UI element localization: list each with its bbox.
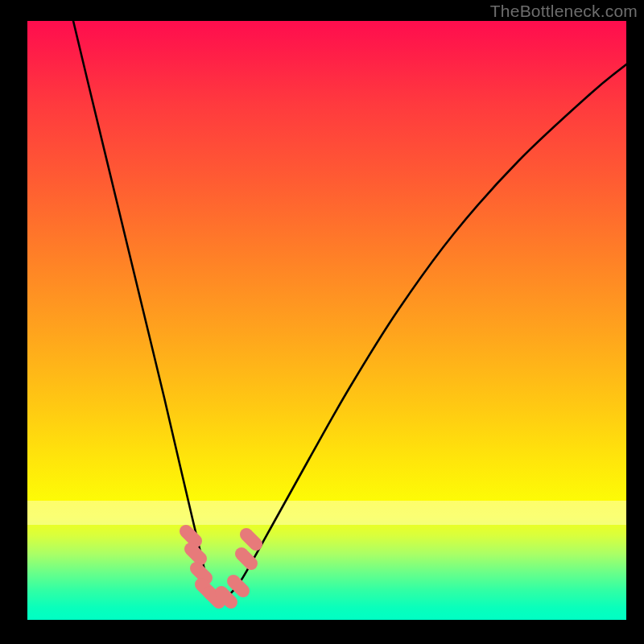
valley-markers bbox=[186, 531, 256, 602]
valley-marker bbox=[191, 549, 200, 559]
bottleneck-curve bbox=[73, 21, 626, 599]
valley-marker bbox=[196, 568, 206, 578]
plot-area bbox=[27, 21, 626, 620]
curve-svg bbox=[27, 21, 626, 620]
valley-marker bbox=[242, 554, 251, 564]
valley-marker bbox=[186, 531, 196, 541]
valley-marker bbox=[233, 581, 243, 591]
watermark-text: TheBottleneck.com bbox=[490, 2, 638, 21]
valley-marker bbox=[221, 592, 231, 602]
chart-frame: TheBottleneck.com bbox=[0, 0, 644, 644]
valley-marker bbox=[246, 535, 256, 544]
